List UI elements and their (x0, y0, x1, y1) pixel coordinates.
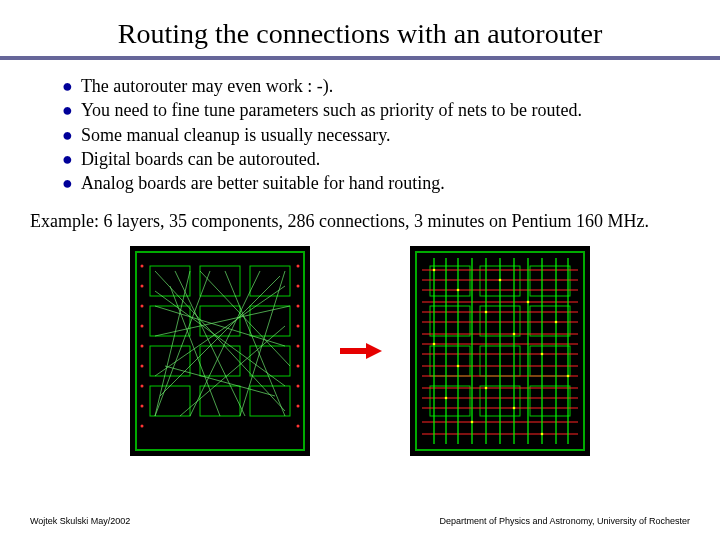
svg-point-95 (541, 353, 544, 356)
svg-point-35 (141, 365, 144, 368)
svg-marker-49 (366, 343, 382, 359)
list-item-text: Digital boards can be autorouted. (81, 147, 320, 171)
footer: Wojtek Skulski May/2002 Department of Ph… (30, 516, 690, 526)
example-text: Example: 6 layers, 35 components, 286 co… (30, 211, 690, 232)
list-item: ●Digital boards can be autorouted. (62, 147, 690, 171)
footer-right: Department of Physics and Astronomy, Uni… (440, 516, 690, 526)
svg-point-105 (513, 407, 516, 410)
bullet-dot-icon: ● (62, 123, 73, 147)
pcb-unrouted-image (130, 246, 310, 456)
list-item: ●Analog boards are better suitable for h… (62, 171, 690, 195)
svg-point-43 (297, 345, 300, 348)
svg-point-96 (567, 375, 570, 378)
list-item: ●The autorouter may even work : -). (62, 74, 690, 98)
svg-point-104 (485, 387, 488, 390)
figure-row (30, 246, 690, 456)
bullet-dot-icon: ● (62, 171, 73, 195)
svg-point-32 (141, 305, 144, 308)
svg-point-45 (297, 385, 300, 388)
svg-point-30 (141, 265, 144, 268)
svg-point-46 (297, 405, 300, 408)
list-item-text: The autorouter may even work : -). (81, 74, 333, 98)
svg-point-34 (141, 345, 144, 348)
bullet-list: ●The autorouter may even work : -). ●You… (62, 74, 690, 195)
svg-point-103 (457, 365, 460, 368)
svg-point-98 (471, 421, 474, 424)
svg-point-44 (297, 365, 300, 368)
horizontal-rule (0, 56, 720, 60)
svg-point-91 (433, 269, 436, 272)
svg-point-94 (513, 333, 516, 336)
list-item-text: You need to fine tune parameters such as… (81, 98, 582, 122)
svg-point-97 (445, 397, 448, 400)
pcb-routed-image (410, 246, 590, 456)
svg-point-47 (297, 425, 300, 428)
list-item-text: Some manual cleanup is usually necessary… (81, 123, 391, 147)
footer-left: Wojtek Skulski May/2002 (30, 516, 130, 526)
list-item-text: Analog boards are better suitable for ha… (81, 171, 445, 195)
list-item: ●Some manual cleanup is usually necessar… (62, 123, 690, 147)
slide: Routing the connections with an autorout… (0, 0, 720, 540)
svg-point-100 (527, 301, 530, 304)
svg-point-39 (297, 265, 300, 268)
svg-point-41 (297, 305, 300, 308)
bullet-dot-icon: ● (62, 74, 73, 98)
svg-point-38 (141, 425, 144, 428)
bullet-dot-icon: ● (62, 98, 73, 122)
svg-point-93 (485, 311, 488, 314)
svg-point-42 (297, 325, 300, 328)
svg-point-37 (141, 405, 144, 408)
svg-point-102 (433, 343, 436, 346)
svg-point-40 (297, 285, 300, 288)
svg-point-31 (141, 285, 144, 288)
svg-point-92 (457, 289, 460, 292)
bullet-dot-icon: ● (62, 147, 73, 171)
list-item: ●You need to fine tune parameters such a… (62, 98, 690, 122)
svg-point-99 (499, 279, 502, 282)
page-title: Routing the connections with an autorout… (30, 18, 690, 50)
svg-point-101 (555, 321, 558, 324)
svg-point-33 (141, 325, 144, 328)
svg-point-106 (541, 433, 544, 436)
arrow-right-icon (338, 341, 382, 361)
svg-point-36 (141, 385, 144, 388)
